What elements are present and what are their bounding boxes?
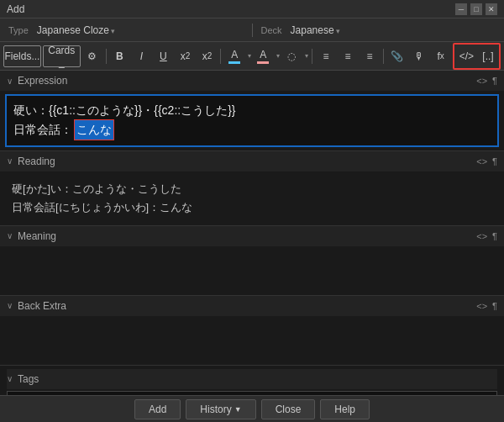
italic-button[interactable]: I	[131, 45, 151, 67]
reading-editor[interactable]: 硬[かた]い：このような・こうした 日常会話[にちじょうかいわ]：こんな	[5, 175, 499, 222]
shortcut-button[interactable]: [..]	[478, 45, 498, 67]
reading-code-button[interactable]: <>	[476, 156, 487, 166]
maximize-button[interactable]: □	[470, 3, 482, 15]
type-section: Type Japanese Cloze	[0, 24, 252, 36]
backextra-section: ∨ Back Extra <> ¶	[0, 296, 504, 366]
expression-header: ∨ Expression <> ¶	[0, 71, 504, 91]
reading-section: ∨ Reading <> ¶ 硬[かた]い：このような・こうした 日常会話[にち…	[0, 151, 504, 226]
highlight-color-bar	[257, 61, 269, 64]
bold-button[interactable]: B	[109, 45, 129, 67]
reading-line2: 日常会話[にちじょうかいわ]：こんな	[12, 198, 492, 217]
title-bar: Add ─ □ ✕	[0, 0, 504, 18]
meaning-label: Meaning	[18, 230, 476, 242]
type-value[interactable]: Japanese Cloze	[37, 24, 116, 36]
toolbar-sep-1	[106, 49, 107, 64]
add-button[interactable]: Add	[134, 399, 181, 419]
html-button[interactable]: </>	[455, 45, 478, 67]
history-label: History	[200, 404, 231, 415]
attach-button[interactable]: 📎	[387, 45, 407, 67]
reading-toggle[interactable]: ∨	[7, 156, 13, 166]
meaning-editor[interactable]	[5, 250, 499, 292]
backextra-header: ∨ Back Extra <> ¶	[0, 296, 504, 316]
type-label: Type	[0, 25, 37, 35]
meaning-toggle[interactable]: ∨	[7, 231, 13, 240]
backextra-label: Back Extra	[18, 300, 476, 312]
font-color-bar	[228, 61, 240, 64]
expression-section: ∨ Expression <> ¶ 硬い：{{c1::このような}}・{{c2:…	[0, 71, 504, 151]
expression-cloze-word: こんな	[74, 119, 114, 140]
font-color-dropdown-arrow[interactable]: ▾	[248, 52, 251, 60]
reading-pin-button[interactable]: ¶	[492, 156, 497, 166]
deck-value[interactable]: Japanese	[291, 24, 341, 36]
backextra-content[interactable]	[0, 316, 504, 365]
expression-line1: 硬い：{{c1::このような}}・{{c2::こうした}}	[13, 101, 491, 119]
subscript-button[interactable]: x2	[197, 45, 217, 67]
reading-line1: 硬[かた]い：このような・こうした	[12, 180, 492, 198]
reading-header: ∨ Reading <> ¶	[0, 151, 504, 171]
window-title: Add	[7, 3, 24, 15]
tags-toggle[interactable]: ∨	[7, 374, 13, 383]
tags-label: Tags	[18, 373, 491, 385]
deck-section: Deck Japanese	[253, 24, 505, 36]
meaning-pin-button[interactable]: ¶	[492, 231, 497, 241]
expression-pin-button[interactable]: ¶	[492, 76, 497, 86]
window-controls: ─ □ ✕	[455, 3, 497, 15]
meaning-actions: <> ¶	[476, 231, 497, 241]
expression-line2: 日常会話：こんな	[13, 119, 491, 140]
expression-code-button[interactable]: <>	[476, 76, 487, 86]
highlight-dropdown-arrow[interactable]: ▾	[276, 52, 280, 60]
toolbar-sep-2	[220, 49, 221, 64]
erase-button[interactable]: ◌	[281, 45, 302, 67]
meaning-content[interactable]	[0, 246, 504, 295]
expression-editor[interactable]: 硬い：{{c1::このような}}・{{c2::こうした}} 日常会話：こんな	[5, 94, 499, 147]
tags-header: ∨ Tags	[7, 369, 497, 389]
type-deck-bar: Type Japanese Cloze Deck Japanese	[0, 18, 504, 42]
ordered-list-button[interactable]: ≡	[338, 45, 358, 67]
font-color-icon: A	[231, 49, 238, 61]
backextra-pin-button[interactable]: ¶	[492, 301, 497, 311]
superscript-button[interactable]: x2	[175, 45, 195, 67]
backextra-code-button[interactable]: <>	[476, 301, 487, 311]
close-bottom-button[interactable]: Close	[261, 399, 316, 419]
underline-button[interactable]: U	[153, 45, 173, 67]
editor-toolbar: Fields... Cards _ ⚙ B I U x2 x2 A ▾ A ▾ …	[0, 42, 504, 71]
settings-icon[interactable]: ⚙	[82, 45, 102, 67]
expression-line2-prefix: 日常会話：	[13, 120, 72, 139]
backextra-toggle[interactable]: ∨	[7, 301, 13, 310]
highlight-button[interactable]: A	[253, 45, 273, 67]
cards-button[interactable]: Cards _	[43, 45, 81, 67]
reading-actions: <> ¶	[476, 156, 497, 166]
help-button[interactable]: Help	[320, 399, 370, 419]
meaning-header: ∨ Meaning <> ¶	[0, 226, 504, 246]
highlighted-button-group: </> [..]	[453, 43, 501, 70]
toolbar-sep-3	[312, 49, 312, 64]
expression-content[interactable]: 硬い：{{c1::このような}}・{{c2::こうした}} 日常会話：こんな	[0, 91, 504, 150]
tags-section: ∨ Tags 🏷	[0, 366, 504, 395]
backextra-editor[interactable]	[5, 319, 499, 361]
record-button[interactable]: 🎙	[409, 45, 429, 67]
bottom-bar: Add History ▼ Close Help	[0, 395, 504, 422]
formula-button[interactable]: fx	[431, 45, 451, 67]
expression-actions: <> ¶	[476, 76, 497, 86]
reading-content[interactable]: 硬[かた]い：このような・こうした 日常会話[にちじょうかいわ]：こんな	[0, 171, 504, 225]
highlight-icon: A	[260, 49, 266, 61]
deck-label: Deck	[253, 25, 291, 35]
close-button[interactable]: ✕	[486, 3, 497, 15]
history-button[interactable]: History ▼	[186, 399, 255, 419]
backextra-actions: <> ¶	[476, 301, 497, 311]
expression-label: Expression	[18, 75, 476, 87]
meaning-code-button[interactable]: <>	[476, 231, 487, 241]
history-dropdown-icon: ▼	[234, 405, 242, 414]
minimize-button[interactable]: ─	[455, 3, 467, 15]
font-color-button[interactable]: A	[224, 45, 244, 67]
reading-label: Reading	[18, 156, 476, 167]
align-button[interactable]: ≡	[360, 45, 380, 67]
unordered-list-button[interactable]: ≡	[316, 45, 336, 67]
main-content: ∨ Expression <> ¶ 硬い：{{c1::このような}}・{{c2:…	[0, 71, 504, 395]
erase-dropdown-arrow[interactable]: ▾	[305, 52, 308, 60]
fields-button[interactable]: Fields...	[3, 45, 41, 67]
expression-toggle[interactable]: ∨	[7, 76, 13, 86]
meaning-section: ∨ Meaning <> ¶	[0, 226, 504, 296]
toolbar-sep-4	[383, 49, 384, 64]
